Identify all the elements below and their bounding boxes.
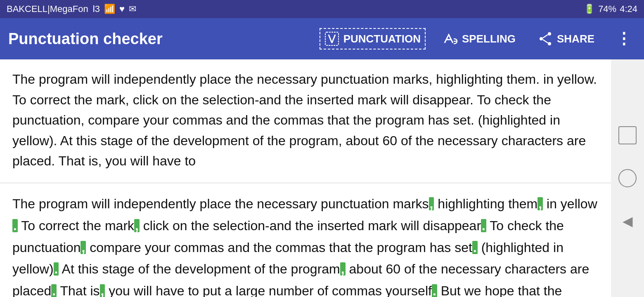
svg-line-4 <box>543 35 548 38</box>
highlighted-punctuation[interactable]: . <box>432 284 437 297</box>
spelling-icon <box>443 31 458 46</box>
highlighted-punctuation[interactable]: , <box>134 219 140 232</box>
svg-line-5 <box>543 40 548 43</box>
text-part: compare your commas and the commas that … <box>86 240 472 255</box>
time-text: 4:24 <box>620 4 637 14</box>
text-part: you will have to put a large number of c… <box>105 283 431 297</box>
text-part: The program will independently place the… <box>12 196 429 211</box>
content-area: The program will independently place the… <box>0 59 611 297</box>
highlighted-text-section: The program will independently place the… <box>0 183 611 297</box>
original-text: The program will independently place the… <box>12 72 597 168</box>
highlighted-punctuation[interactable]: , <box>80 241 86 254</box>
highlighted-text: The program will independently place the… <box>12 196 597 297</box>
share-button[interactable]: SHARE <box>533 28 599 50</box>
home-button[interactable] <box>618 169 637 187</box>
punctuation-label: PUNCTUATION <box>343 33 421 45</box>
svg-point-2 <box>548 42 551 45</box>
carrier-text: BAKCELL|MegaFon <box>7 4 88 14</box>
more-button[interactable]: ⋮ <box>612 30 636 48</box>
highlighted-punctuation[interactable]: . <box>12 219 18 232</box>
text-part: highlighting them <box>434 196 537 211</box>
email-icon: ✉ <box>129 4 136 14</box>
recent-apps-button[interactable] <box>618 126 637 144</box>
highlighted-punctuation[interactable]: . <box>54 262 59 276</box>
spelling-button[interactable]: SPELLING <box>438 28 521 50</box>
back-button[interactable]: ◀ <box>618 212 637 230</box>
original-text-section: The program will independently place the… <box>0 59 611 183</box>
spelling-label: SPELLING <box>462 33 516 45</box>
text-part: At this stage of the development of the … <box>59 262 340 276</box>
toolbar-actions: PUNCTUATION SPELLING SHARE ⋮ <box>320 28 636 50</box>
android-nav: ◀ <box>611 59 644 297</box>
share-label: SHARE <box>557 33 594 45</box>
highlighted-punctuation[interactable]: , <box>429 197 434 210</box>
highlighted-punctuation[interactable]: , <box>100 284 105 297</box>
punctuation-icon <box>324 31 339 46</box>
svg-point-1 <box>548 32 551 35</box>
svg-rect-0 <box>325 32 339 45</box>
highlighted-punctuation[interactable]: , <box>537 197 543 210</box>
highlighted-punctuation[interactable]: , <box>340 262 346 276</box>
main-area: The program will independently place the… <box>0 59 644 297</box>
highlighted-punctuation[interactable]: . <box>481 219 486 232</box>
text-part: That is <box>57 283 99 297</box>
highlighted-punctuation[interactable]: . <box>472 241 478 254</box>
status-bar: BAKCELL|MegaFon Ⅰ3 📶 ♥ ✉ 🔋 74% 4:24 <box>0 0 644 18</box>
status-left: BAKCELL|MegaFon Ⅰ3 📶 ♥ ✉ <box>7 4 136 14</box>
app-title: Punctuation checker <box>8 30 320 48</box>
text-part: click on the selection-and the inserted … <box>140 218 481 233</box>
highlighted-punctuation[interactable]: . <box>51 284 57 297</box>
charging-icon: ♥ <box>119 4 125 14</box>
share-icon <box>538 31 553 46</box>
toolbar: Punctuation checker PUNCTUATION SPELLING <box>0 18 644 59</box>
punctuation-button[interactable]: PUNCTUATION <box>320 28 426 50</box>
svg-point-3 <box>540 37 543 40</box>
wifi-icon: 📶 <box>104 4 115 14</box>
text-part: To correct the mark <box>18 218 134 233</box>
battery-text: 74% <box>598 4 616 14</box>
battery-icon: 🔋 <box>584 4 595 14</box>
text-part: in yellow <box>543 196 597 211</box>
status-right: 🔋 74% 4:24 <box>584 4 637 14</box>
signal-icon: Ⅰ3 <box>92 4 100 14</box>
